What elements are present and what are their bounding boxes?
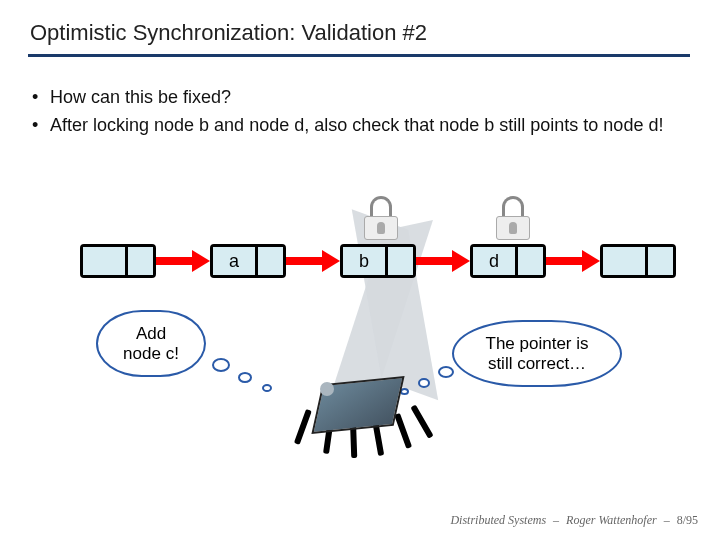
list-node-b: b	[340, 244, 416, 278]
pointer-arrow	[156, 257, 210, 265]
node-label: a	[213, 247, 258, 275]
node-label: b	[343, 247, 388, 275]
chip-bug-icon	[300, 370, 420, 460]
footer-page: 8/95	[677, 513, 698, 527]
list-node-tail	[600, 244, 676, 278]
thought-cloud-left: Add node c!	[96, 310, 206, 377]
pointer-arrow	[546, 257, 600, 265]
thought-bubble	[238, 372, 252, 383]
footer-course: Distributed Systems	[450, 513, 546, 527]
bullet-item: How can this be fixed?	[50, 85, 690, 109]
slide-title: Optimistic Synchronization: Validation #…	[0, 0, 720, 54]
pointer-arrow	[416, 257, 470, 265]
thought-cloud-right: The pointer is still correct…	[452, 320, 622, 387]
lock-icon	[362, 196, 400, 240]
bullet-item: After locking node b and node d, also ch…	[50, 113, 690, 137]
list-node-a: a	[210, 244, 286, 278]
pointer-arrow	[286, 257, 340, 265]
list-node-head	[80, 244, 156, 278]
node-label	[83, 247, 128, 275]
thought-bubble	[212, 358, 230, 372]
node-label: d	[473, 247, 518, 275]
thought-bubble	[438, 366, 454, 378]
bullet-list: How can this be fixed? After locking nod…	[0, 57, 720, 138]
list-node-d: d	[470, 244, 546, 278]
slide-footer: Distributed Systems – Roger Wattenhofer …	[450, 513, 698, 528]
thought-bubble	[262, 384, 272, 392]
footer-author: Roger Wattenhofer	[566, 513, 657, 527]
lock-icon	[494, 196, 532, 240]
node-label	[603, 247, 648, 275]
